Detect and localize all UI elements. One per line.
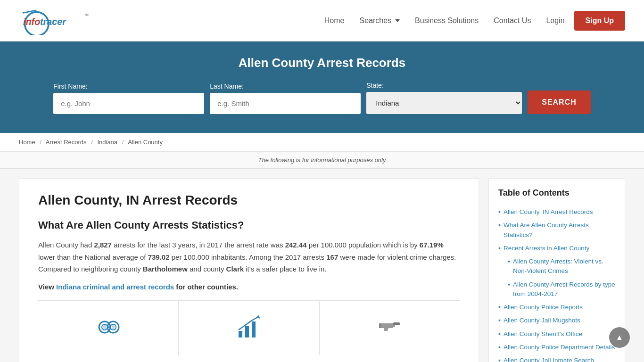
view-line: View Indiana criminal and arrest records… [38,283,460,291]
logo-svg: info tracer ™ [19,7,104,35]
svg-text:™: ™ [84,13,89,18]
section1-title: What Are Allen County Arrests Statistics… [38,219,460,231]
sidebar: Table of Contents Allen County, IN Arres… [488,178,625,362]
gun-icon [375,312,404,340]
info-note: The following is for informational purpo… [0,152,644,169]
search-button[interactable]: SEARCH [528,90,591,114]
toc-item-4: Allen County Arrests: Violent vs. Non-Vi… [498,255,615,278]
hero-title: Allen County Arrest Records [19,56,625,70]
svg-rect-13 [239,331,242,337]
toc-link-3[interactable]: Recent Arrests in Allen County [504,244,589,253]
indiana-records-link[interactable]: Indiana criminal and arrest records [56,283,174,291]
svg-rect-14 [245,326,249,337]
first-name-group: First Name: [53,82,204,114]
toc-link-6[interactable]: Allen County Police Reports [504,303,583,312]
svg-text:tracer: tracer [40,16,66,26]
state-label: State: [366,82,522,89]
content-para-1: Allen County had 2,827 arrests for the l… [38,239,460,275]
logo[interactable]: info tracer ™ [19,7,104,35]
first-name-input[interactable] [53,93,204,114]
svg-text:info: info [23,16,40,26]
toc-item-8: Allen County Sheriff's Office [498,328,615,341]
toc-item-6: Allen County Police Reports [498,301,615,314]
search-form: First Name: Last Name: State: Indiana SE… [19,82,625,114]
icon-box-arrests [38,301,179,355]
handcuffs-icon [94,312,123,340]
svg-rect-17 [393,322,400,325]
header: info tracer ™ Home Searches Business Sol… [0,0,644,41]
breadcrumb-allen-county: Allen County [128,139,163,146]
toc-title: Table of Contents [498,188,615,198]
nav-login[interactable]: Login [540,13,570,29]
chart-icon [235,312,263,340]
breadcrumb-indiana[interactable]: Indiana [97,139,117,146]
content-main-title: Allen County, IN Arrest Records [38,193,460,208]
scroll-top-button[interactable] [609,327,630,348]
content-area: Allen County, IN Arrest Records What Are… [19,178,479,362]
breadcrumb-sep-1: / [40,139,41,146]
toc-item-3: Recent Arrests in Allen County [498,242,615,255]
first-name-label: First Name: [53,82,204,90]
breadcrumb-arrest-records[interactable]: Arrest Records [46,139,87,146]
toc-link-4[interactable]: Allen County Arrests: Violent vs. Non-Vi… [513,257,615,276]
toc-item-5: Allen County Arrest Records by type from… [498,278,615,301]
icon-box-weapon [320,301,460,355]
nav-contact-us[interactable]: Contact Us [488,13,537,29]
toc-item-7: Allen County Jail Mugshots [498,314,615,327]
toc-link-5[interactable]: Allen County Arrest Records by type from… [513,280,615,299]
toc-link-10[interactable]: Allen County Jail Inmate Search [504,356,594,362]
nav-searches[interactable]: Searches [354,13,405,29]
svg-rect-18 [379,323,381,328]
toc-link-8[interactable]: Allen County Sheriff's Office [504,329,582,339]
toc-link-7[interactable]: Allen County Jail Mugshots [504,316,580,325]
breadcrumb-sep-2: / [91,139,93,146]
main-nav: Home Searches Business Solutions Contact… [319,11,625,31]
signup-button[interactable]: Sign Up [574,11,625,31]
last-name-group: Last Name: [210,82,361,114]
chevron-down-icon [395,19,400,22]
last-name-input[interactable] [210,93,361,114]
toc-link-1[interactable]: Allen County, IN Arrest Records [504,207,593,217]
svg-rect-12 [112,325,115,329]
last-name-label: Last Name: [210,82,361,90]
hero-section: Allen County Arrest Records First Name: … [0,41,644,133]
nav-business-solutions[interactable]: Business Solutions [409,13,484,29]
state-group: State: Indiana [366,82,522,114]
breadcrumb-home[interactable]: Home [19,139,35,146]
svg-rect-11 [103,325,106,329]
breadcrumb-sep-3: / [122,139,124,146]
icon-box-stats [179,301,319,355]
toc-link-9[interactable]: Allen County Police Department Details [504,343,615,352]
toc-item-1: Allen County, IN Arrest Records [498,206,615,219]
toc-item-9: Allen County Police Department Details [498,341,615,354]
toc-list: Allen County, IN Arrest Records What Are… [498,206,615,362]
main-layout: Allen County, IN Arrest Records What Are… [0,169,644,362]
breadcrumb: Home / Arrest Records / Indiana / Allen … [0,133,644,152]
state-select[interactable]: Indiana [366,92,522,114]
toc-item-10: Allen County Jail Inmate Search [498,354,615,362]
icon-boxes [38,300,460,355]
toc-item-2: What Are Allen County Arrests Statistics… [498,219,615,242]
svg-rect-15 [252,321,256,337]
toc-link-2[interactable]: What Are Allen County Arrests Statistics… [504,221,615,240]
nav-home[interactable]: Home [319,13,350,29]
